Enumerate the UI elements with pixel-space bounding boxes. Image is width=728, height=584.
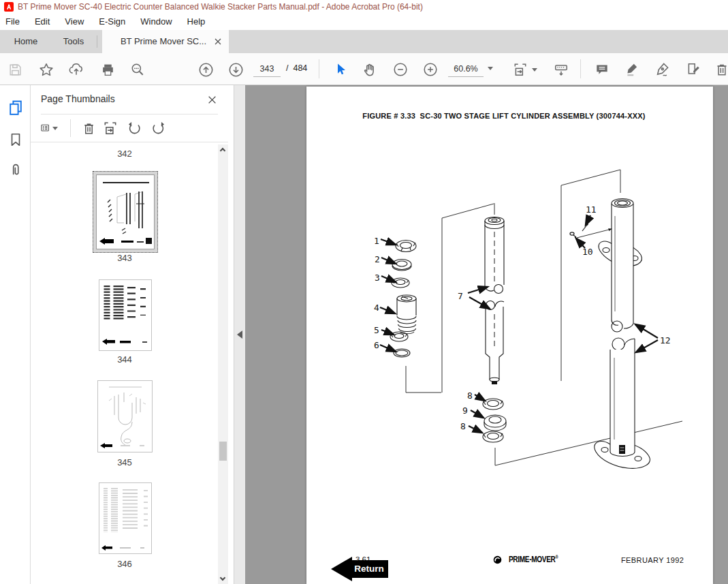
esign-button[interactable] (654, 61, 670, 78)
zoom-in-button[interactable] (422, 61, 439, 78)
print-button[interactable] (99, 61, 116, 78)
thumbnail-343-selected[interactable] (93, 171, 158, 253)
page-fit-dropdown[interactable] (512, 61, 538, 78)
chevron-down-icon (488, 67, 493, 70)
panel-divider (41, 114, 218, 114)
callout-11: 11 (586, 204, 597, 215)
thumbnail-sketch-346 (99, 483, 153, 555)
thumbnail-label-342[interactable]: 342 (31, 149, 219, 159)
arrow-up-circle-icon (198, 62, 214, 78)
delete-page-button[interactable] (80, 119, 97, 137)
edit-page-button[interactable] (685, 61, 701, 78)
cloud-upload-icon (69, 62, 84, 77)
thumbnail-label-346[interactable]: 346 (31, 559, 219, 569)
rotate-clockwise-icon (151, 121, 165, 136)
rotate-cw-button[interactable] (149, 119, 167, 137)
page-fit-icon (513, 62, 528, 77)
thumbnail-label-344[interactable]: 344 (31, 354, 219, 365)
callout-12: 12 (660, 335, 671, 345)
menu-edit[interactable]: Edit (27, 14, 57, 30)
seal-kit-parts (390, 241, 416, 358)
bookmarks-rail-button[interactable] (7, 132, 24, 148)
callout-5: 5 (374, 325, 379, 335)
callout-3: 3 (375, 273, 380, 283)
fountain-pen-icon (654, 62, 670, 78)
tab-tools[interactable]: Tools (52, 30, 95, 53)
highlight-button[interactable] (624, 61, 640, 78)
callout-1: 1 (374, 236, 379, 246)
pdf-page: FIGURE # 3.33 SC-30 TWO STAGE LIFT CYLIN… (306, 87, 713, 584)
select-tool-button[interactable] (332, 61, 349, 78)
scroll-down-icon[interactable] (220, 575, 225, 581)
menu-esign[interactable]: E-Sign (91, 14, 133, 30)
trash-icon (82, 121, 96, 136)
fit-width-button[interactable] (553, 61, 569, 78)
scroll-up-icon[interactable] (220, 148, 225, 153)
arrow-down-circle-icon (228, 62, 244, 78)
main-area: Page Thumbnails 342 (0, 85, 728, 584)
callout-8a: 8 (467, 390, 473, 401)
page-thumbnails-rail-button[interactable] (7, 99, 24, 115)
page-number-input[interactable] (253, 61, 281, 77)
hand-tool-button[interactable] (362, 61, 379, 78)
callout-8b: 8 (460, 421, 466, 431)
thumbnail-sketch-343 (97, 175, 155, 250)
insert-pages-button[interactable] (101, 119, 119, 137)
callout-9: 9 (462, 405, 468, 416)
registered-mark: ® (555, 555, 558, 559)
callout-10: 10 (582, 247, 593, 257)
thumbnail-sketch-345 (98, 381, 153, 453)
menu-help[interactable]: Help (180, 14, 213, 30)
acrobat-window: BT Prime Mover SC-40 Electric Counter Ba… (0, 0, 728, 584)
toolbar-separator (580, 59, 581, 78)
callout-4: 4 (374, 303, 379, 313)
piston-rod-part (485, 217, 504, 385)
callout-6: 6 (374, 340, 379, 350)
thumbnail-image-344[interactable] (99, 279, 152, 351)
thumbnail-image-343[interactable] (96, 174, 155, 249)
previous-page-button[interactable] (197, 61, 214, 78)
prime-mover-logo-icon (493, 555, 502, 564)
collapse-panel-icon[interactable] (237, 331, 242, 339)
delete-pages-button[interactable] (714, 61, 728, 78)
cylinder-body-part (595, 199, 650, 469)
next-page-button[interactable] (227, 61, 244, 78)
thumbnail-label-345[interactable]: 345 (31, 457, 219, 467)
document-view-area[interactable]: FIGURE # 3.33 SC-30 TWO STAGE LIFT CYLIN… (245, 85, 728, 584)
menu-view[interactable]: View (57, 14, 91, 30)
thumbnail-options-button[interactable] (40, 119, 58, 137)
share-upload-button[interactable] (68, 61, 84, 78)
thumbnail-scrollbar[interactable] (218, 144, 228, 584)
return-button[interactable]: Return (331, 557, 389, 581)
thumbnail-image-346[interactable] (99, 482, 152, 554)
tab-home[interactable]: Home (0, 30, 52, 53)
fit-width-icon (554, 62, 569, 77)
search-button[interactable] (129, 61, 146, 78)
tab-divider (97, 35, 97, 48)
rotate-counterclockwise-icon (127, 121, 142, 136)
printer-icon (101, 63, 115, 77)
adobe-acrobat-icon (4, 2, 14, 12)
brand-name: PRIME-MOVER® (509, 555, 558, 564)
thumbnail-image-345[interactable] (97, 380, 153, 452)
comment-button[interactable] (594, 61, 610, 78)
star-button[interactable] (38, 61, 54, 78)
menu-file[interactable]: File (5, 14, 27, 30)
thumbnail-sketch-344 (99, 280, 153, 352)
tab-close-icon[interactable] (214, 37, 222, 46)
menu-window[interactable]: Window (133, 14, 179, 30)
paperclip-icon (8, 162, 23, 177)
panel-collapse-strip[interactable] (234, 85, 245, 584)
attachments-rail-button[interactable] (7, 162, 24, 178)
tab-document-active[interactable]: BT Prime Mover SC... (102, 30, 229, 53)
zoom-out-button[interactable] (392, 61, 409, 78)
options-list-icon (40, 121, 51, 136)
bookmark-icon (8, 132, 23, 147)
scrollbar-thumb[interactable] (219, 442, 227, 461)
panel-close-icon[interactable] (208, 95, 217, 104)
zoom-level-dropdown[interactable]: 60.6% (448, 61, 496, 77)
thumbnail-label-343[interactable]: 343 (31, 253, 219, 263)
save-button[interactable] (7, 61, 23, 78)
rotate-ccw-button[interactable] (126, 119, 144, 137)
page-count: / 484 (286, 63, 307, 73)
